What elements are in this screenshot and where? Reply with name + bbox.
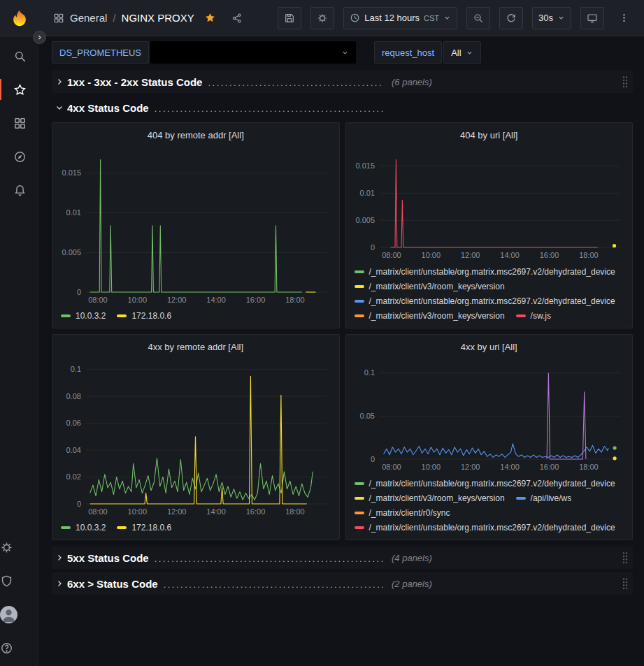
- row-leader-dots: ........................................…: [164, 579, 383, 590]
- legend-item[interactable]: /_matrix/client/r0/sync: [355, 505, 450, 520]
- chart-404-by-remote-addr[interactable]: 00.0050.010.01508:0010:0012:0014:0016:00…: [58, 144, 334, 306]
- svg-text:0.005: 0.005: [355, 216, 375, 224]
- sidebar-item-search[interactable]: [0, 39, 39, 73]
- svg-text:18:00: 18:00: [285, 507, 305, 516]
- chevron-right-icon: [52, 579, 67, 588]
- panel-title[interactable]: 4xx by remote addr [All]: [58, 338, 334, 356]
- legend-item[interactable]: /sw.js: [516, 308, 551, 321]
- legend-item[interactable]: 10.0.3.2: [61, 520, 106, 535]
- star-filled-icon: [204, 12, 216, 24]
- expand-sidebar-button[interactable]: [33, 31, 46, 44]
- svg-text:16:00: 16:00: [539, 251, 559, 259]
- svg-text:10:00: 10:00: [128, 296, 148, 304]
- navbar-actions: Last 12 hours CST 30s: [278, 7, 634, 29]
- tv-mode-button[interactable]: [580, 7, 604, 29]
- share-dashboard-button[interactable]: [227, 8, 248, 29]
- variable-value-ds-prometheus[interactable]: [150, 41, 356, 64]
- svg-text:0.01: 0.01: [66, 208, 81, 217]
- apps-grid-icon: [13, 117, 27, 130]
- chart-legend: 10.0.3.2172.18.0.6: [58, 520, 334, 535]
- dashboards-grid-icon: [53, 13, 64, 24]
- refresh-interval-dropdown[interactable]: 30s: [532, 7, 571, 29]
- sidebar-item-alerting[interactable]: [0, 173, 39, 207]
- sidebar-item-starred[interactable]: [0, 73, 39, 106]
- legend-item[interactable]: /api/live/ws: [516, 491, 572, 505]
- sidebar-item-server-admin[interactable]: [0, 564, 13, 598]
- row-drag-handle[interactable]: [622, 75, 629, 90]
- chart-404-by-uri[interactable]: 00.0050.010.01508:0010:0012:0014:0016:00…: [352, 144, 627, 261]
- refresh-dashboard-button[interactable]: [499, 7, 523, 29]
- svg-text:0: 0: [77, 500, 81, 508]
- svg-text:0.005: 0.005: [62, 248, 81, 256]
- svg-text:0.08: 0.08: [66, 392, 81, 400]
- star-icon: [13, 83, 27, 96]
- breadcrumb-dashboard-title[interactable]: NGINX PROXY: [122, 12, 194, 24]
- legend-label: /sw.js: [531, 311, 551, 321]
- variable-value-request-host[interactable]: All: [443, 41, 480, 64]
- legend-item[interactable]: /_matrix/client/v3/room_keys/version: [355, 308, 505, 321]
- chart-4xx-by-remote-addr[interactable]: 00.020.040.060.080.108:0010:0012:0014:00…: [58, 356, 334, 518]
- legend-swatch: [355, 300, 364, 303]
- legend-swatch: [355, 482, 364, 485]
- save-icon: [284, 13, 295, 24]
- dashboard-settings-button[interactable]: [310, 7, 334, 29]
- row-header-6xx[interactable]: 6xx > Status Code.......................…: [52, 572, 633, 595]
- row-leader-dots: ........................................…: [208, 78, 383, 88]
- legend-item[interactable]: /_matrix/client/unstable/org.matrix.msc2…: [355, 264, 615, 279]
- clock-icon: [350, 13, 360, 23]
- row-title: 4xx Status Code: [67, 102, 149, 114]
- legend-swatch: [61, 526, 71, 529]
- legend-item[interactable]: 10.0.3.2: [61, 308, 106, 323]
- favorite-star-button[interactable]: [200, 8, 221, 29]
- svg-text:10:00: 10:00: [421, 463, 441, 471]
- compass-icon: [13, 150, 27, 164]
- row-header-1xx-3xx-2xx[interactable]: 1xx - 3xx - 2xx Status Code.............…: [52, 71, 633, 93]
- row-panel-count: (4 panels): [392, 553, 432, 563]
- panel-title[interactable]: 404 by remote addr [All]: [58, 126, 334, 144]
- legend-item[interactable]: /_matrix/client/v3/room_keys/version: [355, 491, 505, 505]
- chart-4xx-by-uri[interactable]: 00.050.108:0010:0012:0014:0016:0018:00: [352, 356, 627, 473]
- dashboard-body: 1xx - 3xx - 2xx Status Code.............…: [39, 68, 644, 598]
- row-title: 5xx Status Code: [67, 552, 149, 564]
- legend-swatch: [355, 497, 364, 500]
- sidebar-item-dashboards[interactable]: [0, 106, 39, 140]
- variable-label-ds-prometheus[interactable]: DS_PROMETHEUS: [52, 41, 149, 64]
- panel-title[interactable]: 404 by uri [All]: [352, 126, 627, 144]
- sidebar-item-help[interactable]: [0, 631, 13, 665]
- legend-label: /api/live/ws: [531, 493, 572, 503]
- legend-label: /_matrix/client/v3/room_keys/version: [369, 282, 505, 291]
- svg-text:18:00: 18:00: [579, 463, 599, 471]
- time-range-picker[interactable]: Last 12 hours CST: [343, 7, 457, 29]
- grafana-flame-icon: [10, 9, 29, 27]
- legend-item[interactable]: 172.18.0.6: [117, 308, 171, 323]
- sidebar-item-profile[interactable]: [0, 598, 17, 631]
- more-options-kebab-button[interactable]: [613, 8, 634, 29]
- legend-item[interactable]: 172.18.0.6: [117, 520, 171, 535]
- sidebar-item-configuration[interactable]: [0, 530, 13, 564]
- row-drag-handle[interactable]: [622, 551, 629, 566]
- chevron-down-icon: [341, 49, 349, 57]
- svg-text:08:00: 08:00: [382, 463, 401, 471]
- legend-swatch: [117, 526, 127, 529]
- svg-text:18:00: 18:00: [285, 296, 305, 304]
- breadcrumb-section[interactable]: General: [70, 12, 107, 24]
- refresh-icon: [506, 13, 517, 24]
- variable-label-request-host[interactable]: request_host: [374, 41, 442, 64]
- zoom-out-icon: [473, 13, 484, 24]
- panel-title[interactable]: 4xx by uri [All]: [352, 338, 627, 356]
- legend-item[interactable]: /_matrix/client/unstable/org.matrix.msc2…: [355, 476, 615, 491]
- zoom-out-time-button[interactable]: [466, 7, 490, 29]
- sidebar-item-explore[interactable]: [0, 140, 39, 173]
- legend-item[interactable]: /_matrix/client/unstable/org.matrix.msc2…: [355, 294, 615, 308]
- row-header-5xx[interactable]: 5xx Status Code.........................…: [52, 546, 633, 569]
- grafana-logo[interactable]: [0, 9, 39, 27]
- svg-text:16:00: 16:00: [246, 296, 266, 304]
- legend-item[interactable]: /_matrix/client/unstable/org.matrix.msc2…: [355, 520, 615, 533]
- legend-item[interactable]: /_matrix/client/v3/room_keys/version: [355, 279, 505, 294]
- gear-icon: [0, 541, 13, 554]
- svg-text:0: 0: [370, 455, 374, 463]
- row-drag-handle[interactable]: [622, 577, 629, 592]
- row-header-4xx[interactable]: 4xx Status Code.........................…: [52, 96, 633, 119]
- save-dashboard-button[interactable]: [278, 7, 301, 29]
- time-range-label: Last 12 hours: [364, 13, 420, 23]
